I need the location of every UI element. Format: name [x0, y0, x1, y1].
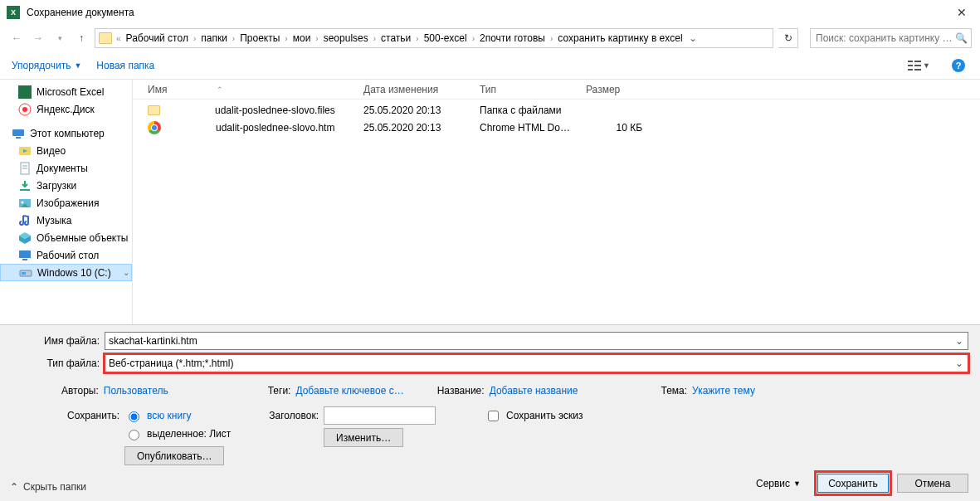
- pc-icon: [12, 127, 25, 140]
- filetype-label: Тип файла:: [12, 358, 105, 369]
- chevron-down-icon: ▼: [793, 479, 801, 488]
- title-value[interactable]: Добавьте название: [490, 385, 578, 396]
- forward-button[interactable]: →: [30, 30, 46, 46]
- navigation-tree[interactable]: Microsoft Excel Яндекс.Диск Этот компьют…: [0, 80, 133, 324]
- chevron-right-icon: ›: [415, 34, 419, 43]
- breadcrumb-item[interactable]: 500-excel: [422, 32, 470, 44]
- save-whole-label[interactable]: всю книгу: [147, 410, 192, 421]
- tree-desktop[interactable]: Рабочий стол: [0, 246, 132, 264]
- tree-videos[interactable]: Видео: [0, 142, 132, 159]
- column-size-header[interactable]: Размер: [581, 84, 647, 95]
- close-button[interactable]: ✕: [950, 2, 973, 22]
- breadcrumb-item[interactable]: мои: [290, 32, 314, 44]
- refresh-button[interactable]: ↻: [778, 28, 798, 48]
- search-box[interactable]: 🔍: [810, 28, 972, 48]
- tree-downloads[interactable]: Загрузки: [0, 177, 132, 194]
- cancel-button[interactable]: Отмена: [897, 474, 968, 493]
- breadcrumb-item[interactable]: Рабочий стол: [124, 32, 191, 44]
- chevron-right-icon: ›: [373, 34, 377, 43]
- file-list[interactable]: Имя⌃ Дата изменения Тип Размер udalit-po…: [133, 80, 980, 324]
- tree-music[interactable]: Музыка: [0, 212, 132, 229]
- filetype-value: Веб-страница (*.htm;*.html): [109, 358, 233, 369]
- chrome-icon: [148, 121, 161, 134]
- chevron-left-icon: «: [115, 34, 122, 43]
- filename-value: skachat-kartinki.htm: [109, 335, 197, 347]
- recent-dropdown[interactable]: ▾: [51, 30, 68, 46]
- save-whole-radio[interactable]: [129, 411, 139, 422]
- tree-3d-objects[interactable]: Объемные объекты: [0, 229, 132, 246]
- svg-rect-0: [908, 61, 913, 62]
- file-date: 25.05.2020 20:13: [358, 105, 475, 116]
- excel-app-icon: X: [7, 6, 20, 19]
- chevron-right-icon: ›: [284, 34, 288, 43]
- tree-this-pc[interactable]: Этот компьютер: [0, 124, 132, 142]
- hide-folders-toggle[interactable]: ⌃ Скрыть папки: [10, 481, 86, 493]
- publish-button[interactable]: Опубликовать…: [124, 446, 224, 465]
- tree-microsoft-excel[interactable]: Microsoft Excel: [0, 83, 132, 100]
- breadcrumb-item[interactable]: seopulses: [321, 32, 371, 44]
- file-row[interactable]: udalit-poslednee-slovo.htm 25.05.2020 20…: [143, 119, 980, 136]
- save-thumbnail-checkbox[interactable]: [488, 411, 499, 421]
- change-button[interactable]: Изменить…: [324, 428, 403, 447]
- svg-rect-1: [908, 65, 913, 66]
- tools-menu[interactable]: Сервис ▼: [756, 478, 801, 489]
- breadcrumb-item[interactable]: папки: [198, 32, 230, 44]
- tree-yandex-disk[interactable]: Яндекс.Диск: [0, 100, 132, 118]
- tree-drive-c[interactable]: Windows 10 (C:)⌄: [0, 264, 132, 281]
- svg-rect-25: [22, 272, 26, 275]
- breadcrumb-item[interactable]: сохранить картинку в excel: [555, 32, 685, 44]
- tree-label: Рабочий стол: [37, 250, 99, 261]
- save-button[interactable]: Сохранить: [817, 474, 889, 493]
- save-selection-radio[interactable]: [129, 430, 139, 440]
- column-type-header[interactable]: Тип: [475, 84, 581, 95]
- column-name-header[interactable]: Имя⌃: [143, 84, 358, 95]
- title-label: Название:: [437, 385, 485, 396]
- organize-menu[interactable]: Упорядочить ▼: [12, 60, 81, 71]
- save-scope-label: Сохранить:: [61, 410, 119, 421]
- folder-icon: [148, 105, 160, 115]
- tree-label: Microsoft Excel: [37, 86, 104, 98]
- header-input[interactable]: [324, 406, 436, 425]
- file-row[interactable]: udalit-poslednee-slovo.files 25.05.2020 …: [143, 101, 980, 119]
- svg-rect-3: [914, 61, 921, 62]
- file-name: udalit-poslednee-slovo.htm: [216, 122, 334, 134]
- file-type: Chrome HTML Do…: [475, 122, 581, 134]
- tags-value[interactable]: Добавьте ключевое с…: [295, 385, 403, 396]
- up-button[interactable]: ↑: [73, 30, 90, 46]
- authors-value[interactable]: Пользователь: [104, 385, 168, 396]
- video-icon: [18, 144, 32, 158]
- chevron-up-icon: ⌃: [10, 481, 18, 493]
- cube-icon: [18, 231, 32, 245]
- chevron-right-icon: ›: [314, 34, 319, 43]
- breadcrumb-item[interactable]: Проекты: [237, 32, 282, 44]
- tools-label: Сервис: [756, 478, 790, 489]
- tree-label: Документы: [37, 163, 88, 174]
- chevron-right-icon: ›: [549, 34, 553, 43]
- pictures-icon: [18, 197, 32, 210]
- breadcrumb-item[interactable]: 2почти готовы: [477, 32, 548, 44]
- address-dropdown[interactable]: ⌄: [685, 32, 700, 44]
- view-menu[interactable]: ▼: [904, 58, 934, 73]
- tree-label: Изображения: [37, 197, 99, 209]
- new-folder-button[interactable]: Новая папка: [96, 60, 154, 71]
- help-button[interactable]: ?: [948, 57, 968, 74]
- filename-input[interactable]: skachat-kartinki.htm ⌄: [105, 332, 968, 350]
- excel-icon: [18, 85, 32, 99]
- svg-rect-22: [19, 250, 31, 258]
- chevron-down-icon[interactable]: ⌄: [953, 357, 966, 370]
- back-button[interactable]: ←: [8, 30, 25, 46]
- svg-rect-15: [20, 189, 30, 191]
- tree-label: Яндекс.Диск: [37, 104, 95, 115]
- theme-value[interactable]: Укажите тему: [692, 385, 755, 396]
- filetype-select[interactable]: Веб-страница (*.htm;*.html) ⌄: [105, 354, 968, 372]
- breadcrumb-item[interactable]: статьи: [378, 32, 413, 44]
- search-icon: 🔍: [955, 32, 968, 44]
- tree-pictures[interactable]: Изображения: [0, 194, 132, 212]
- tree-label: Объемные объекты: [37, 232, 128, 244]
- address-bar[interactable]: « Рабочий стол› папки› Проекты› мои› seo…: [95, 28, 773, 48]
- authors-label: Авторы:: [61, 385, 99, 396]
- tree-documents[interactable]: Документы: [0, 159, 132, 177]
- chevron-down-icon[interactable]: ⌄: [953, 334, 966, 348]
- search-input[interactable]: [814, 32, 955, 45]
- column-date-header[interactable]: Дата изменения: [358, 84, 475, 95]
